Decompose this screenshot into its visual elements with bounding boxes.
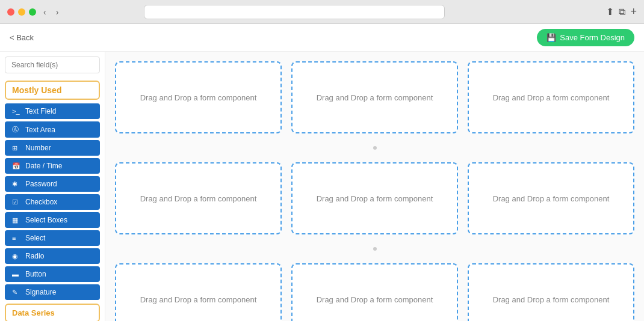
main-content: Mostly Used >_ Text Field Ⓐ Text Area ⊞ … [0,52,644,321]
drop-cell-3-2[interactable]: Drag and Drop a form component [291,263,458,321]
field-text-area[interactable]: Ⓐ Text Area [5,121,100,138]
search-input[interactable] [5,57,100,73]
section-data-series[interactable]: Data Series [5,304,100,321]
drop-cell-label: Drag and Drop a form component [140,295,257,304]
field-label: Signature [25,288,56,296]
window-icon[interactable]: ⧉ [619,6,625,17]
drop-cell-label: Drag and Drop a form component [493,295,610,304]
search-container [0,52,105,78]
field-password[interactable]: ✱ Password [5,176,100,192]
minimize-button[interactable] [18,8,25,16]
field-checkbox[interactable]: ☑ Checkbox [5,194,100,210]
field-label: Radio [25,252,44,260]
page-container: < Back 💾 Save Form Design Mostly Used >_… [0,24,644,321]
field-number[interactable]: ⊞ Number [5,140,100,156]
row-separator-1 [115,143,634,153]
field-text-field[interactable]: >_ Text Field [5,103,100,119]
date-time-icon: 📅 [12,162,20,170]
select-boxes-icon: ▦ [12,216,20,224]
drop-cell-3-1[interactable]: Drag and Drop a form component [115,263,282,321]
fullscreen-button[interactable] [29,8,36,16]
drop-grid: Drag and Drop a form component Drag and … [115,61,634,321]
drop-cell-label: Drag and Drop a form component [317,295,433,304]
field-label: Password [25,180,57,188]
field-select-boxes[interactable]: ▦ Select Boxes [5,212,100,228]
browser-chrome: ‹ › ⬆ ⧉ + [0,0,644,24]
drop-cell-1-1[interactable]: Drag and Drop a form component [115,61,282,133]
field-label: Select Boxes [25,216,67,224]
field-label: Date / Time [25,162,62,170]
password-icon: ✱ [12,180,20,188]
save-icon: 💾 [546,33,556,42]
drop-cell-2-3[interactable]: Drag and Drop a form component [468,162,634,234]
field-label: Select [25,234,45,242]
save-label: Save Form Design [560,33,625,42]
radio-icon: ◉ [12,252,20,260]
field-label: Text Field [25,107,56,115]
field-button[interactable]: ▬ Button [5,266,100,282]
field-label: Button [25,270,46,278]
separator-dot [373,247,377,251]
text-field-icon: >_ [12,108,20,115]
drop-cell-3-3[interactable]: Drag and Drop a form component [468,263,634,321]
close-button[interactable] [7,8,14,16]
traffic-lights [7,8,36,16]
number-icon: ⊞ [12,144,20,152]
select-icon: ≡ [12,234,20,242]
field-date-time[interactable]: 📅 Date / Time [5,158,100,174]
checkbox-icon: ☑ [12,198,20,206]
drop-cell-2-2[interactable]: Drag and Drop a form component [291,162,458,234]
drop-cell-1-3[interactable]: Drag and Drop a form component [468,61,634,133]
drop-cell-label: Drag and Drop a form component [317,194,433,203]
forward-nav-button[interactable]: › [54,6,61,18]
sidebar: Mostly Used >_ Text Field Ⓐ Text Area ⊞ … [0,52,105,321]
drop-area: Drag and Drop a form component Drag and … [105,52,644,321]
drop-cell-label: Drag and Drop a form component [317,93,433,102]
drop-cell-2-1[interactable]: Drag and Drop a form component [115,162,282,234]
field-label: Text Area [25,126,55,134]
browser-actions: ⬆ ⧉ [606,6,625,17]
field-label: Checkbox [25,198,57,206]
text-area-icon: Ⓐ [12,125,20,134]
separator-dot [373,146,377,150]
save-form-button[interactable]: 💾 Save Form Design [537,29,634,46]
drop-cell-label: Drag and Drop a form component [493,93,610,102]
back-nav-button[interactable]: ‹ [41,6,49,18]
field-radio[interactable]: ◉ Radio [5,248,100,264]
drop-cell-label: Drag and Drop a form component [493,194,610,203]
back-button[interactable]: < Back [10,33,34,42]
field-select[interactable]: ≡ Select [5,230,100,246]
field-signature[interactable]: ✎ Signature [5,284,100,300]
new-tab-button[interactable]: + [630,5,637,18]
signature-icon: ✎ [12,289,20,296]
top-bar: < Back 💾 Save Form Design [0,24,644,52]
drop-cell-1-2[interactable]: Drag and Drop a form component [291,61,458,133]
drop-cell-label: Drag and Drop a form component [140,194,257,203]
section-mostly-used[interactable]: Mostly Used [5,81,100,100]
button-icon: ▬ [12,271,20,278]
drop-cell-label: Drag and Drop a form component [140,93,257,102]
share-icon[interactable]: ⬆ [606,6,614,17]
row-separator-2 [115,244,634,254]
field-label: Number [25,144,51,152]
address-bar[interactable] [144,5,445,19]
